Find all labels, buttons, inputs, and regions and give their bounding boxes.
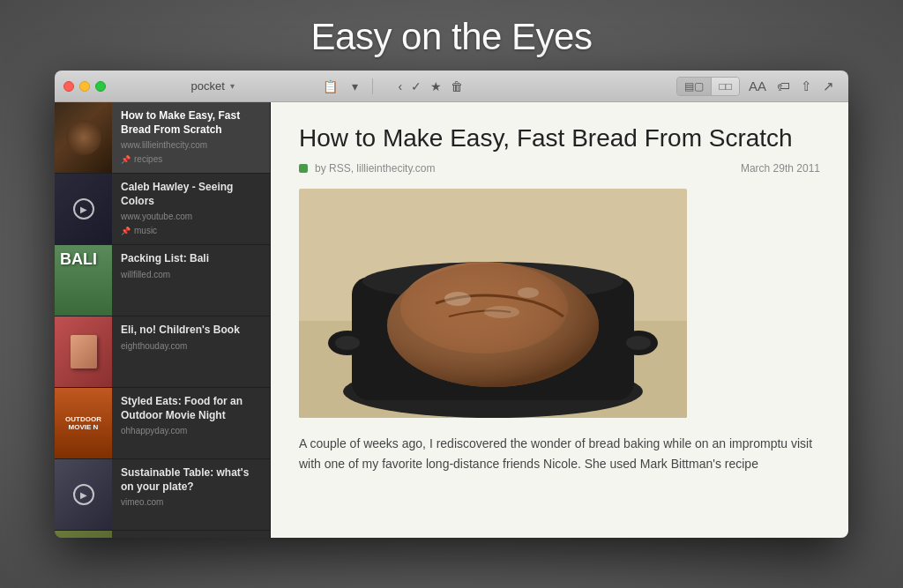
right-toolbar: ▤▢ □□ AA 🏷 ⇧ ↗ bbox=[676, 77, 836, 96]
sidebar: How to Make Easy, Fast Bread From Scratc… bbox=[55, 102, 271, 538]
sidebar-item-url: willfilled.com bbox=[121, 270, 261, 279]
tag-label: recipes bbox=[134, 154, 162, 164]
view-web-btn[interactable]: □□ bbox=[712, 78, 739, 95]
list-item[interactable]: OUTDOORMOVIE N Styled Eats: Food for an … bbox=[55, 388, 270, 459]
sidebar-item-info: Packing List: Bali willfilled.com bbox=[112, 245, 270, 316]
sidebar-item-url: www.youtube.com bbox=[121, 212, 261, 221]
play-icon: ▶ bbox=[73, 198, 94, 220]
dropdown-icon[interactable]: ▾ bbox=[348, 78, 362, 95]
svg-point-6 bbox=[335, 336, 360, 350]
tag-icon: 📌 bbox=[121, 155, 131, 164]
article-body: A couple of weeks ago, I rediscovered th… bbox=[299, 434, 820, 476]
thumb-movie: OUTDOORMOVIE N bbox=[55, 388, 112, 458]
separator-1 bbox=[372, 78, 373, 94]
svg-point-12 bbox=[444, 292, 471, 306]
thumb-bali: BALI bbox=[55, 245, 112, 316]
sidebar-item-info: Styled Eats: Food for an Outdoor Movie N… bbox=[112, 388, 270, 458]
trash-nav-btn[interactable]: 🗑 bbox=[451, 79, 463, 93]
article-content: How to Make Easy, Fast Bread From Scratc… bbox=[271, 102, 848, 538]
back-nav-btn[interactable]: ‹ bbox=[398, 79, 402, 93]
list-item[interactable]: ▶ Sustainable Table: what's on your plat… bbox=[55, 459, 270, 531]
traffic-lights bbox=[63, 81, 106, 92]
sidebar-item-title: Packing List: Bali bbox=[121, 252, 261, 266]
sidebar-item-title: Eli, no! Children's Book bbox=[121, 324, 261, 338]
tag-label: music bbox=[134, 226, 157, 235]
sidebar-item-info: The Best Roast Chicken You'll Ever Make … bbox=[112, 531, 270, 538]
list-item[interactable]: ▶ Caleb Hawley - Seeing Colors www.youtu… bbox=[55, 174, 270, 245]
sidebar-item-title: How to Make Easy, Fast Bread From Scratc… bbox=[121, 109, 261, 137]
close-button[interactable] bbox=[63, 81, 74, 92]
tag-icon: 📌 bbox=[121, 227, 131, 235]
star-nav-btn[interactable]: ★ bbox=[430, 79, 442, 93]
article-image bbox=[299, 189, 687, 418]
sidebar-item-url: ohhappyday.com bbox=[121, 426, 261, 435]
sidebar-item-url: eighthouday.com bbox=[121, 341, 261, 351]
svg-point-11 bbox=[387, 264, 599, 387]
check-nav-btn[interactable]: ✓ bbox=[411, 79, 422, 93]
archive-icon[interactable]: 📋 bbox=[319, 78, 341, 95]
minimize-button[interactable] bbox=[79, 81, 90, 92]
svg-point-13 bbox=[518, 287, 539, 298]
view-toggle: ▤▢ □□ bbox=[676, 77, 740, 96]
sidebar-item-info: How to Make Easy, Fast Bread From Scratc… bbox=[112, 102, 270, 173]
nav-buttons: ‹ ✓ ★ 🗑 bbox=[398, 79, 463, 93]
maximize-button[interactable] bbox=[95, 81, 106, 92]
sidebar-item-info: Sustainable Table: what's on your plate?… bbox=[112, 459, 270, 530]
font-size-btn[interactable]: AA bbox=[747, 77, 768, 95]
thumb-chicken bbox=[55, 531, 112, 538]
sidebar-item-title: Sustainable Table: what's on your plate? bbox=[121, 466, 261, 494]
sidebar-item-title: Styled Eats: Food for an Outdoor Movie N… bbox=[121, 395, 261, 422]
bali-label: BALI bbox=[60, 250, 97, 269]
list-item[interactable]: The Best Roast Chicken You'll Ever Make … bbox=[55, 531, 270, 538]
thumb-book bbox=[55, 316, 112, 387]
sidebar-item-info: Eli, no! Children's Book eighthouday.com bbox=[112, 316, 270, 387]
share-btn[interactable]: ⇧ bbox=[799, 77, 814, 96]
sidebar-item-tag: 📌 recipes bbox=[121, 154, 261, 164]
list-item[interactable]: Eli, no! Children's Book eighthouday.com bbox=[55, 316, 270, 388]
title-bar: pocket ▾ 📋 ▾ ‹ ✓ ★ 🗑 ▤▢ □□ AA 🏷 ⇧ ↗ bbox=[55, 71, 848, 102]
svg-point-8 bbox=[626, 336, 651, 350]
svg-point-14 bbox=[484, 306, 519, 318]
article-title: How to Make Easy, Fast Bread From Scratc… bbox=[299, 123, 820, 153]
sidebar-item-title: Caleb Hawley - Seeing Colors bbox=[121, 181, 261, 208]
list-item[interactable]: BALI Packing List: Bali willfilled.com bbox=[55, 245, 270, 316]
thumb-video2: ▶ bbox=[55, 459, 112, 530]
view-article-btn[interactable]: ▤▢ bbox=[677, 78, 712, 95]
meta-date: March 29th 2011 bbox=[741, 162, 820, 175]
app-window: pocket ▾ 📋 ▾ ‹ ✓ ★ 🗑 ▤▢ □□ AA 🏷 ⇧ ↗ bbox=[55, 71, 848, 538]
tags-btn[interactable]: 🏷 bbox=[775, 77, 792, 95]
sidebar-item-tag: 📌 music bbox=[121, 226, 261, 235]
list-item[interactable]: How to Make Easy, Fast Bread From Scratc… bbox=[55, 102, 270, 174]
sidebar-item-info: Caleb Hawley - Seeing Colors www.youtube… bbox=[112, 174, 270, 244]
article-meta: by RSS, lillieinthecity.com March 29th 2… bbox=[299, 162, 820, 175]
sidebar-item-url: vimeo.com bbox=[121, 497, 261, 507]
fullscreen-btn[interactable]: ↗ bbox=[821, 77, 836, 96]
app-name-label: pocket bbox=[191, 79, 225, 93]
title-bar-center: pocket ▾ bbox=[113, 79, 312, 93]
thumb-bread bbox=[55, 102, 112, 173]
meta-indicator bbox=[299, 164, 308, 173]
thumb-video: ▶ bbox=[55, 174, 112, 244]
app-body: How to Make Easy, Fast Bread From Scratc… bbox=[55, 102, 848, 538]
sidebar-item-url: www.lillieinthecity.com bbox=[121, 140, 261, 150]
page-title: Easy on the Eyes bbox=[311, 0, 593, 71]
play-icon-2: ▶ bbox=[73, 484, 94, 505]
meta-by: by RSS, lillieinthecity.com bbox=[315, 162, 436, 175]
app-dropdown-arrow[interactable]: ▾ bbox=[230, 81, 235, 91]
